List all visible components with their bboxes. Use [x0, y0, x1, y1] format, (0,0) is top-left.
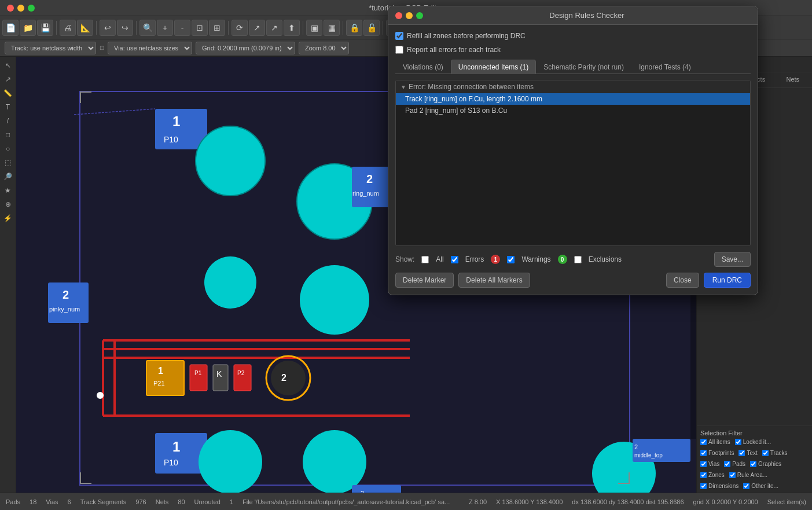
footprint-btn[interactable]: ▦ — [324, 20, 340, 36]
draw-circle-tool[interactable]: ○ — [2, 142, 14, 155]
close-button[interactable] — [7, 5, 14, 12]
svg-rect-17 — [146, 361, 184, 395]
sf-label-rule-areas: Rule Area... — [737, 472, 767, 478]
drc-tab-unconnected[interactable]: Unconnected Items (1) — [451, 60, 536, 74]
svg-point-29 — [97, 392, 104, 399]
drc-filter-exclusions-checkbox[interactable] — [574, 256, 582, 263]
unrouted-value: 1 — [230, 498, 233, 505]
draw-rect-tool[interactable]: □ — [2, 129, 14, 141]
sf-checkbox-other[interactable] — [743, 483, 749, 489]
measure-tool[interactable]: 📏 — [2, 87, 14, 100]
via-size-select[interactable]: Via: use netclass sizes — [108, 42, 192, 54]
open-btn[interactable]: 📁 — [20, 20, 36, 36]
drc-minimize-button[interactable] — [406, 12, 413, 19]
interactive-router-settings[interactable]: ⚡ — [2, 212, 14, 225]
sf-items-row: All items Locked it... Footprints Text T… — [700, 439, 809, 489]
svg-rect-40 — [352, 485, 401, 493]
zoom-out-btn[interactable]: - — [174, 20, 190, 36]
drc-show-filters: Show: All Errors 1 Warnings 0 Exclusions… — [395, 252, 751, 267]
drc-run-btn[interactable]: Run DRC — [704, 273, 751, 288]
svg-rect-20 — [190, 365, 207, 391]
lock-btn[interactable]: 🔒 — [346, 20, 362, 36]
pad-btn[interactable]: ▣ — [306, 20, 322, 36]
sf-label-pads: Pads — [732, 461, 745, 467]
drc-action-buttons: Delete Marker Delete All Markers Close R… — [395, 273, 751, 288]
drc-error-group-header[interactable]: ▼ Error: Missing connection between item… — [396, 80, 750, 93]
svg-text:P10: P10 — [164, 458, 178, 467]
sf-checkbox-dimensions[interactable] — [700, 483, 707, 489]
sf-label-graphics: Graphics — [758, 461, 781, 467]
zoom-select[interactable]: Zoom 8.00 — [299, 42, 349, 54]
plot-btn[interactable]: 📐 — [77, 20, 93, 36]
drc-delete-all-markers-btn[interactable]: Delete All Markers — [458, 273, 530, 288]
tab-nets[interactable]: Nets — [774, 72, 812, 87]
grid-select[interactable]: Grid: 0.2000 mm (0.0079 in) — [196, 42, 295, 54]
svg-text:P2: P2 — [237, 370, 245, 376]
drc-error-list: ▼ Error: Missing connection between item… — [395, 80, 751, 246]
route-btn[interactable]: ↗ — [249, 20, 265, 36]
sf-checkbox-pads[interactable] — [724, 461, 730, 467]
svg-point-34 — [303, 430, 366, 493]
sf-checkbox-graphics[interactable] — [750, 461, 756, 467]
sf-tracks: Tracks — [762, 450, 788, 456]
drc-save-btn[interactable]: Save... — [714, 252, 751, 267]
select-status: Select item(s) — [767, 498, 806, 505]
zoom-find-btn[interactable]: 🔍 — [139, 20, 156, 36]
sf-checkbox-tracks[interactable] — [762, 450, 769, 456]
zoom-in-btn[interactable]: + — [157, 20, 173, 36]
sf-checkbox-zones[interactable] — [700, 472, 707, 478]
svg-rect-47 — [80, 472, 81, 484]
route-track-tool[interactable]: ↗ — [2, 73, 14, 86]
add-track-btn[interactable]: ⬆ — [284, 20, 300, 36]
highlight-net-tool[interactable]: ★ — [2, 184, 14, 197]
drc-tab-ignored[interactable]: Ignored Tests (4) — [631, 60, 699, 74]
svg-text:2: 2 — [63, 288, 69, 301]
svg-text:1: 1 — [158, 366, 163, 376]
drc-tab-violations[interactable]: Violations (0) — [395, 60, 451, 74]
svg-text:1: 1 — [172, 439, 180, 454]
sf-checkbox-footprints[interactable] — [700, 450, 707, 456]
save-btn[interactable]: 💾 — [37, 20, 53, 36]
coords-status: X 138.6000 Y 138.4000 — [496, 498, 563, 505]
add-zone-tool[interactable]: ⬚ — [2, 156, 14, 169]
select-tool[interactable]: ↖ — [2, 59, 14, 72]
drc-filter-warnings-checkbox[interactable] — [507, 256, 515, 263]
redo-btn[interactable]: ↪ — [117, 20, 133, 36]
refresh-btn[interactable]: ⟳ — [232, 20, 248, 36]
track-segs-value: 976 — [135, 498, 146, 505]
drc-error-item-1[interactable]: Pad 2 [ring_num] of S13 on B.Cu — [396, 105, 750, 116]
track-width-select[interactable]: Track: use netclass width — [5, 42, 96, 54]
sf-checkbox-text[interactable] — [738, 450, 745, 456]
drc-filter-all-checkbox[interactable] — [421, 256, 429, 263]
drc-delete-marker-btn[interactable]: Delete Marker — [395, 273, 454, 288]
route-diff-btn[interactable]: ↗ — [266, 20, 282, 36]
add-text-tool[interactable]: T — [2, 101, 14, 113]
new-btn[interactable]: 📄 — [2, 20, 19, 36]
draw-line-tool[interactable]: / — [2, 115, 14, 127]
drc-close-button[interactable] — [395, 12, 402, 19]
drc-close-btn[interactable]: Close — [666, 273, 699, 288]
sf-checkbox-locked[interactable] — [735, 439, 741, 445]
maximize-button[interactable] — [28, 5, 35, 12]
svg-point-4 — [196, 126, 265, 196]
sf-checkbox-rule-areas[interactable] — [729, 472, 736, 478]
print-btn[interactable]: 🖨 — [60, 20, 76, 36]
sf-checkbox-all[interactable] — [700, 439, 707, 445]
drc-left-buttons: Delete Marker Delete All Markers — [395, 273, 530, 288]
inspect-tool[interactable]: 🔎 — [2, 170, 14, 183]
zoom-custom-btn[interactable]: ⊞ — [209, 20, 225, 36]
drc-filter-errors-checkbox[interactable] — [451, 256, 458, 263]
drc-maximize-button[interactable] — [416, 12, 423, 19]
undo-btn[interactable]: ↩ — [100, 20, 116, 36]
sf-label-other: Other ite... — [751, 483, 778, 489]
zoom-fit-btn[interactable]: ⊡ — [192, 20, 208, 36]
sf-rule-areas: Rule Area... — [729, 472, 767, 478]
set-origin-tool[interactable]: ⊕ — [2, 198, 14, 211]
drc-checkbox-refill[interactable] — [395, 32, 403, 40]
drc-checkbox-track-errors[interactable] — [395, 46, 403, 54]
drc-error-item-0[interactable]: Track [ring_num] on F.Cu, length 2.1600 … — [396, 93, 750, 105]
sf-checkbox-vias[interactable] — [700, 461, 707, 467]
drc-tab-schematic[interactable]: Schematic Parity (not run) — [536, 60, 631, 74]
minimize-button[interactable] — [17, 5, 24, 12]
unlock-btn[interactable]: 🔓 — [363, 20, 380, 36]
